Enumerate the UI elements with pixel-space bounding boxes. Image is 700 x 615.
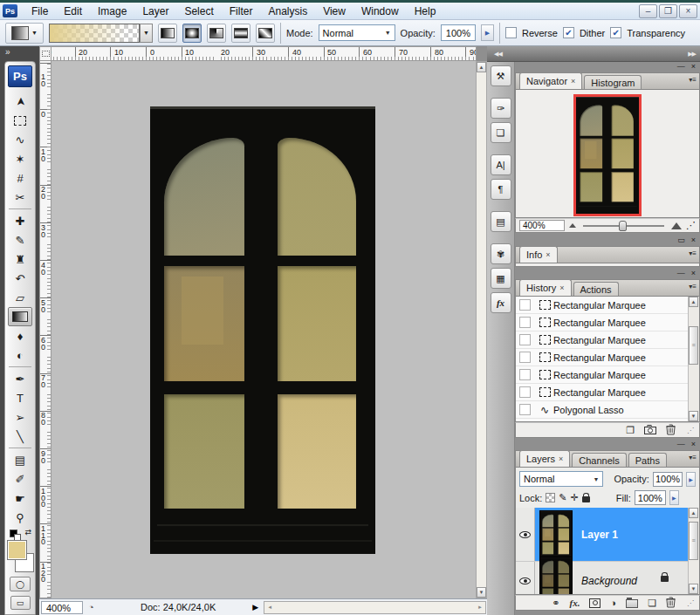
menu-help[interactable]: Help bbox=[407, 3, 444, 19]
history-step[interactable]: Rectangular Marquee bbox=[516, 366, 688, 384]
layer-style-icon[interactable]: fx. bbox=[570, 598, 580, 608]
new-group-icon[interactable] bbox=[626, 599, 638, 608]
styles-panel-button[interactable]: fx bbox=[491, 292, 511, 313]
blur-tool[interactable]: ♦ bbox=[8, 326, 32, 345]
menu-image[interactable]: Image bbox=[90, 3, 134, 19]
menu-edit[interactable]: Edit bbox=[56, 3, 90, 19]
lock-paint-icon[interactable]: ✎ bbox=[559, 492, 566, 503]
history-source-well[interactable] bbox=[519, 352, 531, 363]
scroll-down-icon[interactable]: ▼ bbox=[689, 411, 698, 421]
history-step[interactable]: Rectangular Marquee bbox=[516, 314, 688, 331]
menu-select[interactable]: Select bbox=[176, 3, 221, 19]
ruler-origin-corner[interactable] bbox=[39, 46, 51, 61]
layers-scrollbar[interactable]: ▲ ≡ ▼ bbox=[688, 508, 699, 594]
panel-close-icon[interactable]: × bbox=[691, 269, 696, 279]
eraser-tool[interactable]: ▱ bbox=[8, 288, 32, 307]
resize-grip-icon[interactable]: ⋰ bbox=[687, 599, 694, 607]
fill-slider-arrow[interactable]: ▶ bbox=[669, 490, 679, 505]
navigator-view-box[interactable] bbox=[573, 94, 642, 216]
type-tool[interactable]: T bbox=[8, 388, 32, 407]
panel-close-icon[interactable]: × bbox=[691, 236, 696, 246]
gradient-picker-arrow[interactable]: ▼ bbox=[140, 24, 153, 43]
layer-opacity-field[interactable]: 100% bbox=[653, 472, 683, 487]
crop-tool[interactable]: # bbox=[8, 168, 32, 188]
menu-file[interactable]: File bbox=[24, 3, 56, 19]
panel-collapse-icon[interactable]: — bbox=[677, 62, 685, 72]
panel-menu-icon[interactable]: ▾≡ bbox=[689, 249, 697, 257]
visibility-toggle[interactable] bbox=[516, 508, 535, 561]
gradient-tool[interactable] bbox=[8, 307, 32, 326]
layer-row-background[interactable]: Background bbox=[516, 562, 688, 595]
resize-grip-icon[interactable]: ⋰ bbox=[686, 220, 696, 231]
delete-state-icon[interactable] bbox=[666, 424, 676, 437]
pen-tool[interactable]: ✒ bbox=[8, 369, 32, 388]
tab-histogram[interactable]: Histogram bbox=[584, 75, 642, 89]
screen-mode-button[interactable]: ▭ bbox=[10, 596, 31, 610]
slice-tool[interactable]: ✂ bbox=[8, 188, 32, 207]
menu-layer[interactable]: Layer bbox=[134, 3, 176, 19]
panel-expand-icon[interactable]: ▭ bbox=[677, 236, 685, 246]
dither-checkbox[interactable]: ✔ bbox=[563, 27, 574, 38]
slider-thumb[interactable] bbox=[619, 221, 627, 231]
zoom-tool[interactable]: ⚲ bbox=[8, 508, 32, 527]
canvas-horizontal-scrollbar[interactable]: ◄ ► bbox=[264, 601, 486, 614]
zoom-out-icon[interactable] bbox=[569, 223, 576, 228]
scroll-down-icon[interactable]: ▼ bbox=[689, 584, 698, 594]
expand-dock-icon[interactable]: ▶▶ bbox=[688, 51, 696, 58]
scroll-up-icon[interactable]: ▲ bbox=[477, 62, 486, 72]
collapse-dock-icon[interactable]: ◀◀ bbox=[494, 51, 502, 58]
swatches-panel-button[interactable]: ✾ bbox=[491, 243, 511, 264]
menu-analysis[interactable]: Analysis bbox=[260, 3, 315, 19]
visibility-toggle[interactable] bbox=[516, 562, 535, 595]
diamond-gradient-button[interactable] bbox=[256, 24, 275, 43]
tab-close-icon[interactable]: × bbox=[546, 250, 550, 259]
opacity-slider-arrow[interactable]: ▶ bbox=[686, 472, 696, 487]
new-layer-icon[interactable]: ❏ bbox=[648, 598, 656, 608]
history-step[interactable]: Rectangular Marquee bbox=[516, 297, 688, 314]
dodge-tool[interactable]: ◐ bbox=[8, 345, 32, 365]
transparency-checkbox[interactable]: ✔ bbox=[610, 27, 621, 38]
menu-view[interactable]: View bbox=[315, 3, 353, 19]
layer-row-layer1[interactable]: Layer 1 bbox=[516, 508, 688, 562]
panel-menu-icon[interactable]: ▾≡ bbox=[689, 76, 697, 84]
panel-collapse-icon[interactable]: — bbox=[677, 440, 685, 450]
tab-history[interactable]: History × bbox=[519, 279, 572, 296]
scrollbar-thumb[interactable]: ≡ bbox=[689, 522, 698, 560]
navigator-zoom-slider[interactable] bbox=[583, 225, 664, 227]
status-menu-arrow[interactable]: ▶ bbox=[252, 603, 258, 612]
history-step[interactable]: Rectangular Marquee bbox=[516, 349, 688, 366]
history-source-well[interactable] bbox=[519, 404, 531, 415]
restore-button[interactable]: ❐ bbox=[659, 4, 677, 18]
layer-blend-mode-select[interactable]: Normal ▼ bbox=[519, 471, 603, 487]
history-source-well[interactable] bbox=[519, 334, 531, 345]
eyedropper-tool[interactable]: ✐ bbox=[8, 469, 32, 489]
history-brush-tool[interactable]: ↶ bbox=[8, 269, 32, 288]
layer-name[interactable]: Background bbox=[581, 575, 637, 587]
history-scrollbar[interactable]: ▲ ≡ ▼ bbox=[688, 297, 699, 421]
tool-preset-picker[interactable]: ▼ bbox=[5, 23, 44, 44]
tab-close-icon[interactable]: × bbox=[559, 454, 563, 463]
tool-presets-panel-button[interactable]: ⚒ bbox=[491, 65, 511, 86]
reflected-gradient-button[interactable] bbox=[231, 24, 250, 43]
new-snapshot-icon[interactable] bbox=[644, 425, 656, 436]
rectangular-marquee-tool[interactable] bbox=[8, 111, 32, 130]
history-source-well[interactable] bbox=[519, 317, 531, 328]
history-source-well[interactable] bbox=[519, 421, 531, 422]
hand-tool[interactable]: ☛ bbox=[8, 489, 32, 508]
path-selection-tool[interactable]: ➢ bbox=[8, 407, 32, 427]
add-layer-mask-icon[interactable] bbox=[589, 598, 600, 608]
history-step[interactable]: ∿ Polygonal Lasso bbox=[516, 419, 688, 422]
notes-tool[interactable]: ▤ bbox=[8, 450, 32, 469]
tab-info[interactable]: Info × bbox=[519, 246, 558, 263]
close-button[interactable]: × bbox=[679, 4, 697, 18]
linear-gradient-button[interactable] bbox=[158, 24, 177, 43]
menu-filter[interactable]: Filter bbox=[222, 3, 261, 19]
adjustment-layer-icon[interactable]: ◑ bbox=[610, 598, 616, 608]
scrollbar-thumb[interactable]: ≡ bbox=[689, 326, 698, 365]
zoom-in-icon[interactable] bbox=[671, 222, 682, 229]
angle-gradient-button[interactable] bbox=[207, 24, 226, 43]
swap-colors-icon[interactable]: ⇄ bbox=[24, 528, 31, 536]
menu-window[interactable]: Window bbox=[353, 3, 407, 19]
clone-source-panel-button[interactable]: ❏ bbox=[491, 122, 511, 143]
foreground-color-swatch[interactable] bbox=[8, 541, 26, 559]
